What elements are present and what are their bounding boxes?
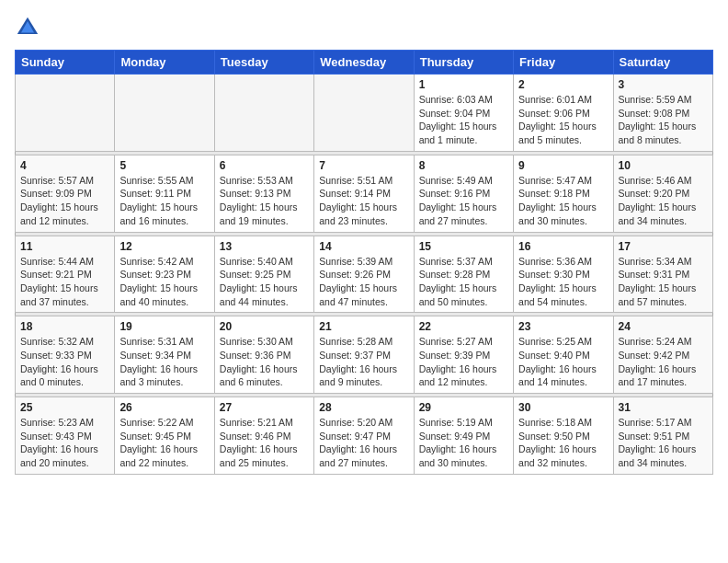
day-info: Sunrise: 5:57 AMSunset: 9:09 PMDaylight:…: [20, 174, 109, 228]
calendar-week-row: 25Sunrise: 5:23 AMSunset: 9:43 PMDayligh…: [16, 397, 713, 475]
weekday-header: Friday: [514, 51, 613, 75]
day-info: Sunrise: 6:03 AMSunset: 9:04 PMDaylight:…: [419, 93, 508, 147]
calendar-day-cell: [314, 75, 414, 152]
calendar-week-row: 4Sunrise: 5:57 AMSunset: 9:09 PMDaylight…: [16, 155, 713, 232]
calendar-day-cell: 22Sunrise: 5:27 AMSunset: 9:39 PMDayligh…: [414, 316, 513, 394]
day-info: Sunrise: 5:28 AMSunset: 9:37 PMDaylight:…: [319, 335, 408, 389]
weekday-header: Wednesday: [314, 51, 414, 75]
calendar-day-cell: 3Sunrise: 5:59 AMSunset: 9:08 PMDaylight…: [613, 75, 712, 152]
day-number: 21: [319, 320, 408, 333]
logo: [15, 15, 42, 40]
calendar-day-cell: 26Sunrise: 5:22 AMSunset: 9:45 PMDayligh…: [115, 397, 214, 475]
day-info: Sunrise: 5:59 AMSunset: 9:08 PMDaylight:…: [619, 93, 708, 147]
calendar-day-cell: 11Sunrise: 5:44 AMSunset: 9:21 PMDayligh…: [16, 236, 115, 313]
calendar-day-cell: 17Sunrise: 5:34 AMSunset: 9:31 PMDayligh…: [613, 236, 712, 313]
calendar-day-cell: [115, 75, 214, 152]
calendar-day-cell: 7Sunrise: 5:51 AMSunset: 9:14 PMDaylight…: [314, 155, 414, 232]
day-info: Sunrise: 5:39 AMSunset: 9:26 PMDaylight:…: [319, 255, 408, 309]
day-info: Sunrise: 5:44 AMSunset: 9:21 PMDaylight:…: [20, 255, 109, 309]
day-number: 30: [518, 401, 608, 414]
day-number: 13: [220, 240, 309, 253]
day-info: Sunrise: 5:49 AMSunset: 9:16 PMDaylight:…: [419, 174, 508, 228]
day-number: 29: [419, 401, 508, 414]
day-number: 9: [518, 159, 608, 172]
day-number: 7: [319, 159, 408, 172]
day-info: Sunrise: 5:51 AMSunset: 9:14 PMDaylight:…: [319, 174, 408, 228]
day-number: 4: [20, 159, 109, 172]
day-info: Sunrise: 5:47 AMSunset: 9:18 PMDaylight:…: [518, 174, 608, 228]
calendar-day-cell: 29Sunrise: 5:19 AMSunset: 9:49 PMDayligh…: [414, 397, 513, 475]
day-number: 15: [419, 240, 508, 253]
calendar-day-cell: 12Sunrise: 5:42 AMSunset: 9:23 PMDayligh…: [115, 236, 214, 313]
calendar-day-cell: 2Sunrise: 6:01 AMSunset: 9:06 PMDaylight…: [514, 75, 613, 152]
calendar-day-cell: 8Sunrise: 5:49 AMSunset: 9:16 PMDaylight…: [414, 155, 513, 232]
day-number: 19: [119, 320, 209, 333]
day-number: 1: [419, 78, 508, 91]
calendar-day-cell: 1Sunrise: 6:03 AMSunset: 9:04 PMDaylight…: [414, 75, 513, 152]
day-info: Sunrise: 5:31 AMSunset: 9:34 PMDaylight:…: [119, 335, 209, 389]
day-info: Sunrise: 5:20 AMSunset: 9:47 PMDaylight:…: [319, 416, 408, 470]
calendar-day-cell: 25Sunrise: 5:23 AMSunset: 9:43 PMDayligh…: [16, 397, 115, 475]
weekday-header: Thursday: [414, 51, 513, 75]
day-number: 2: [518, 78, 608, 91]
weekday-header: Sunday: [16, 51, 115, 75]
calendar-day-cell: 13Sunrise: 5:40 AMSunset: 9:25 PMDayligh…: [214, 236, 313, 313]
day-number: 6: [220, 159, 309, 172]
calendar-week-row: 18Sunrise: 5:32 AMSunset: 9:33 PMDayligh…: [16, 316, 713, 394]
weekday-header: Monday: [115, 51, 214, 75]
calendar-day-cell: 14Sunrise: 5:39 AMSunset: 9:26 PMDayligh…: [314, 236, 414, 313]
calendar-week-row: 1Sunrise: 6:03 AMSunset: 9:04 PMDaylight…: [16, 75, 713, 152]
day-number: 10: [619, 159, 708, 172]
day-number: 17: [619, 240, 708, 253]
day-info: Sunrise: 5:34 AMSunset: 9:31 PMDaylight:…: [619, 255, 708, 309]
calendar-day-cell: 5Sunrise: 5:55 AMSunset: 9:11 PMDaylight…: [115, 155, 214, 232]
calendar-day-cell: 24Sunrise: 5:24 AMSunset: 9:42 PMDayligh…: [613, 316, 712, 394]
calendar-day-cell: 10Sunrise: 5:46 AMSunset: 9:20 PMDayligh…: [613, 155, 712, 232]
day-number: 18: [20, 320, 109, 333]
day-info: Sunrise: 6:01 AMSunset: 9:06 PMDaylight:…: [518, 93, 608, 147]
calendar-table: SundayMondayTuesdayWednesdayThursdayFrid…: [15, 50, 713, 475]
day-info: Sunrise: 5:40 AMSunset: 9:25 PMDaylight:…: [220, 255, 309, 309]
day-number: 22: [419, 320, 508, 333]
day-number: 12: [119, 240, 209, 253]
calendar-day-cell: 28Sunrise: 5:20 AMSunset: 9:47 PMDayligh…: [314, 397, 414, 475]
day-info: Sunrise: 5:30 AMSunset: 9:36 PMDaylight:…: [220, 335, 309, 389]
calendar-day-cell: 16Sunrise: 5:36 AMSunset: 9:30 PMDayligh…: [514, 236, 613, 313]
day-info: Sunrise: 5:24 AMSunset: 9:42 PMDaylight:…: [619, 335, 708, 389]
day-info: Sunrise: 5:37 AMSunset: 9:28 PMDaylight:…: [419, 255, 508, 309]
day-number: 31: [619, 401, 708, 414]
calendar-day-cell: 20Sunrise: 5:30 AMSunset: 9:36 PMDayligh…: [214, 316, 313, 394]
day-info: Sunrise: 5:36 AMSunset: 9:30 PMDaylight:…: [518, 255, 608, 309]
calendar-day-cell: 19Sunrise: 5:31 AMSunset: 9:34 PMDayligh…: [115, 316, 214, 394]
calendar-week-row: 11Sunrise: 5:44 AMSunset: 9:21 PMDayligh…: [16, 236, 713, 313]
day-number: 11: [20, 240, 109, 253]
calendar-day-cell: 23Sunrise: 5:25 AMSunset: 9:40 PMDayligh…: [514, 316, 613, 394]
logo-icon: [15, 15, 40, 40]
day-info: Sunrise: 5:27 AMSunset: 9:39 PMDaylight:…: [419, 335, 508, 389]
day-info: Sunrise: 5:18 AMSunset: 9:50 PMDaylight:…: [518, 416, 608, 470]
day-info: Sunrise: 5:55 AMSunset: 9:11 PMDaylight:…: [119, 174, 209, 228]
calendar-day-cell: 18Sunrise: 5:32 AMSunset: 9:33 PMDayligh…: [16, 316, 115, 394]
day-number: 14: [319, 240, 408, 253]
day-number: 3: [619, 78, 708, 91]
day-number: 27: [220, 401, 309, 414]
day-info: Sunrise: 5:21 AMSunset: 9:46 PMDaylight:…: [220, 416, 309, 470]
day-number: 5: [119, 159, 209, 172]
weekday-header: Tuesday: [214, 51, 313, 75]
day-number: 28: [319, 401, 408, 414]
day-number: 26: [119, 401, 209, 414]
weekday-header: Saturday: [613, 51, 712, 75]
calendar-day-cell: 9Sunrise: 5:47 AMSunset: 9:18 PMDaylight…: [514, 155, 613, 232]
day-number: 8: [419, 159, 508, 172]
day-number: 23: [518, 320, 608, 333]
calendar-day-cell: 27Sunrise: 5:21 AMSunset: 9:46 PMDayligh…: [214, 397, 313, 475]
day-info: Sunrise: 5:19 AMSunset: 9:49 PMDaylight:…: [419, 416, 508, 470]
day-info: Sunrise: 5:32 AMSunset: 9:33 PMDaylight:…: [20, 335, 109, 389]
calendar-day-cell: [16, 75, 115, 152]
calendar-day-cell: 30Sunrise: 5:18 AMSunset: 9:50 PMDayligh…: [514, 397, 613, 475]
page-header: [15, 15, 713, 40]
calendar-day-cell: 4Sunrise: 5:57 AMSunset: 9:09 PMDaylight…: [16, 155, 115, 232]
day-info: Sunrise: 5:23 AMSunset: 9:43 PMDaylight:…: [20, 416, 109, 470]
day-number: 24: [619, 320, 708, 333]
day-info: Sunrise: 5:46 AMSunset: 9:20 PMDaylight:…: [619, 174, 708, 228]
